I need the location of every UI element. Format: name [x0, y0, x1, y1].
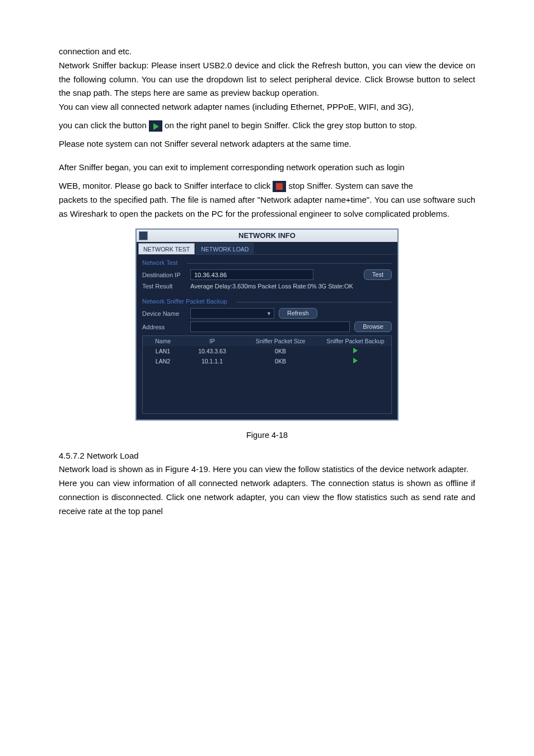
- text-span: WEB, monitor. Please go back to Sniffer …: [59, 181, 273, 190]
- tab-network-load[interactable]: NETWORK LOAD: [196, 243, 254, 254]
- stop-icon: [273, 181, 286, 192]
- destination-ip-label: Destination IP: [142, 272, 190, 278]
- paragraph: Network Sniffer backup: Please insert US…: [59, 59, 475, 100]
- paragraph: Please note system can not Sniffer sever…: [59, 137, 475, 151]
- device-name-dropdown[interactable]: ▼: [190, 308, 274, 319]
- text-span: you can click the button: [59, 120, 149, 130]
- test-result-value: Average Delay:3.630ms Packet Loss Rate:0…: [190, 283, 353, 290]
- window-titlebar: NETWORK INFO: [137, 230, 397, 242]
- cell-name: LAN1: [143, 346, 183, 356]
- table-row[interactable]: LAN2 10.1.1.1 0KB: [143, 356, 391, 366]
- device-name-label: Device Name: [142, 310, 190, 317]
- tab-bar: NETWORK TEST NETWORK LOAD: [137, 242, 397, 255]
- app-icon: [139, 231, 148, 240]
- subsection-heading: 4.5.7.2 Network Load: [59, 451, 475, 460]
- paragraph: WEB, monitor. Please go back to Sniffer …: [59, 179, 475, 193]
- tab-network-test[interactable]: NETWORK TEST: [138, 243, 195, 254]
- refresh-button[interactable]: Refresh: [279, 308, 317, 319]
- paragraph: Network load is shown as in Figure 4-19.…: [59, 463, 475, 477]
- table-header: Name IP Sniffer Packet Size Sniffer Pack…: [143, 336, 391, 346]
- paragraph: you can click the button on the right pa…: [59, 119, 475, 133]
- col-ip: IP: [183, 336, 241, 346]
- test-result-label: Test Result: [142, 283, 190, 290]
- cell-size: 0KB: [241, 346, 320, 356]
- cell-ip: 10.1.1.1: [183, 356, 241, 366]
- text-span: on the right panel to begin Sniffer. Cli…: [165, 120, 417, 130]
- section-sniffer-backup: Network Sniffer Packet Backup: [142, 298, 392, 305]
- destination-ip-input[interactable]: [190, 269, 313, 280]
- play-icon[interactable]: [353, 348, 358, 353]
- test-button[interactable]: Test: [364, 269, 392, 280]
- address-label: Address: [142, 324, 190, 330]
- section-label: Network Sniffer Packet Backup: [142, 298, 227, 305]
- network-info-window: NETWORK INFO NETWORK TEST NETWORK LOAD N…: [135, 228, 399, 421]
- section-label: Network Test: [142, 259, 177, 266]
- paragraph: You can view all connected network adapt…: [59, 100, 475, 114]
- paragraph: Here you can view information of all con…: [59, 477, 475, 518]
- subsection-number: 4.5.7.2: [59, 451, 85, 460]
- paragraph: connection and etc.: [59, 45, 475, 59]
- col-size: Sniffer Packet Size: [241, 336, 320, 346]
- cell-size: 0KB: [241, 356, 320, 366]
- paragraph: packets to the specified path. The file …: [59, 193, 475, 221]
- cell-name: LAN2: [143, 356, 183, 366]
- paragraph: After Sniffer began, you can exit to imp…: [59, 161, 475, 175]
- play-icon[interactable]: [353, 358, 358, 363]
- sniffer-table: Name IP Sniffer Packet Size Sniffer Pack…: [142, 335, 392, 414]
- text-span: stop Sniffer. System can save the: [289, 181, 413, 190]
- chevron-down-icon: ▼: [266, 311, 271, 316]
- section-network-test: Network Test: [142, 259, 392, 266]
- play-icon: [149, 120, 162, 132]
- window-title: NETWORK INFO: [238, 231, 296, 240]
- table-row[interactable]: LAN1 10.43.3.63 0KB: [143, 346, 391, 356]
- col-backup: Sniffer Packet Backup: [320, 336, 391, 346]
- col-name: Name: [143, 336, 183, 346]
- cell-ip: 10.43.3.63: [183, 346, 241, 356]
- browse-button[interactable]: Browse: [354, 321, 392, 332]
- subsection-title: Network Load: [87, 451, 139, 460]
- address-input[interactable]: [190, 321, 350, 332]
- figure-caption: Figure 4-18: [59, 431, 475, 440]
